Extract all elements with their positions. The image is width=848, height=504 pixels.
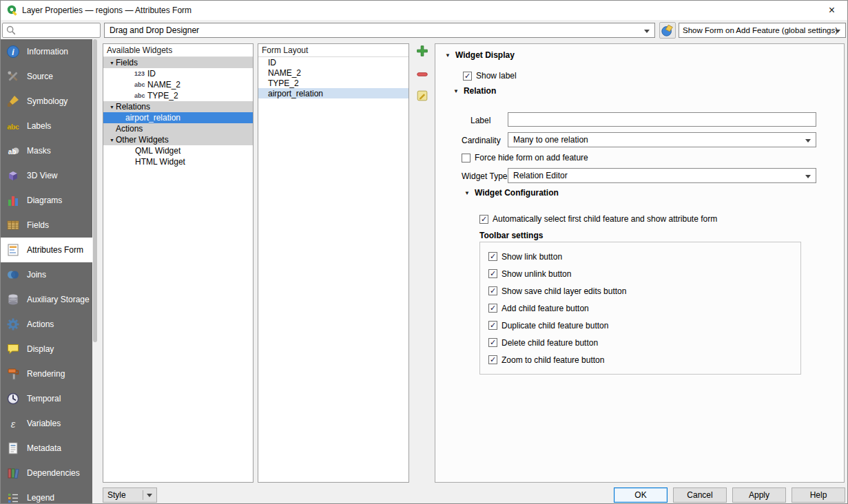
edit-note-icon (415, 89, 429, 103)
rendering-icon (6, 367, 20, 381)
show-unlink-button-checkbox[interactable] (488, 269, 497, 278)
tree-group-other-widgets[interactable]: ▼ Other Widgets (103, 134, 253, 145)
window-title: Layer Properties — regions — Attributes … (22, 6, 192, 15)
sidebar-scrollbar[interactable] (92, 39, 98, 504)
zoom-to-child-feature-checkbox[interactable] (488, 355, 497, 364)
show-link-button-checkbox[interactable] (488, 252, 497, 261)
sidebar-item-legend[interactable]: Legend (1, 485, 92, 504)
tree-item-html-widget[interactable]: HTML Widget (103, 156, 253, 167)
qgis-logo-icon (6, 4, 19, 17)
tree-item-name-2[interactable]: abc NAME_2 (103, 79, 253, 90)
sidebar-item-metadata[interactable]: Metadata (1, 436, 92, 461)
auto-select-checkbox[interactable] (479, 215, 488, 224)
widget-configuration-section-header[interactable]: ▼ Widget Configuration (464, 188, 559, 198)
search-icon (6, 25, 17, 36)
layer-properties-dialog: Layer Properties — regions — Attributes … (0, 0, 848, 504)
show-save-child-edits-checkbox[interactable] (488, 286, 497, 295)
ok-button[interactable]: OK (614, 487, 668, 503)
add-widget-button[interactable] (415, 43, 430, 59)
toolbar-option-row: Add child feature button (480, 300, 800, 317)
duplicate-child-feature-checkbox[interactable] (488, 321, 497, 330)
cancel-button[interactable]: Cancel (673, 487, 727, 503)
relation-label-input[interactable] (508, 112, 816, 127)
svg-text:ab: ab (8, 148, 17, 156)
remove-widget-button[interactable] (415, 67, 430, 82)
style-button[interactable]: Style (103, 487, 157, 503)
relation-section-header[interactable]: ▼ Relation (453, 86, 496, 96)
toolbar-option-row: Show unlink button (480, 265, 800, 282)
tree-item-airport-relation[interactable]: airport_relation (103, 112, 253, 123)
sidebar-item-information[interactable]: i Information (1, 39, 92, 64)
form-layout-item-id[interactable]: ID (258, 57, 409, 67)
search-input[interactable] (19, 24, 94, 36)
attributes-form-icon (6, 243, 20, 257)
cardinality-select[interactable]: Many to one relation (508, 132, 816, 147)
tree-item-type-2[interactable]: abc TYPE_2 (103, 90, 253, 101)
form-layout-item-airport-relation[interactable]: airport_relation (258, 88, 409, 98)
actions-icon (6, 317, 20, 331)
collapse-arrow-icon[interactable]: ▼ (108, 61, 116, 65)
svg-text:abc: abc (7, 123, 19, 131)
show-label-checkbox[interactable] (463, 72, 472, 81)
labels-icon: abc (6, 119, 20, 133)
symbology-icon (6, 94, 20, 108)
tree-group-actions[interactable]: Actions (103, 123, 253, 134)
force-hide-checkbox[interactable] (462, 154, 470, 162)
3d-view-icon (6, 169, 20, 182)
sidebar-item-fields[interactable]: Fields (1, 213, 92, 238)
toolbar-option-row: Duplicate child feature button (480, 317, 800, 334)
tree-item-qml-widget[interactable]: QML Widget (103, 145, 253, 156)
sidebar-item-diagrams[interactable]: Diagrams (1, 188, 92, 213)
collapse-arrow-icon[interactable]: ▼ (108, 105, 116, 109)
sidebar-item-source[interactable]: Source (1, 64, 92, 89)
collapse-arrow-icon[interactable]: ▼ (108, 138, 116, 143)
form-options-button[interactable] (659, 22, 676, 39)
joins-icon (6, 268, 20, 282)
form-on-add-feature-select[interactable]: Show Form on Add Feature (global setting… (679, 23, 846, 38)
toolbar-option-row: Delete child feature button (480, 334, 800, 351)
sidebar-item-labels[interactable]: abc Labels (1, 114, 92, 138)
tree-item-id[interactable]: 123 ID (103, 68, 253, 79)
field-type-text-icon: abc (134, 92, 147, 99)
apply-button[interactable]: Apply (732, 487, 786, 503)
help-button[interactable]: Help (792, 487, 845, 503)
field-type-text-icon: abc (134, 81, 147, 88)
widget-display-section-header[interactable]: ▼ Widget Display (445, 50, 515, 60)
tree-group-fields[interactable]: ▼ Fields (103, 57, 253, 68)
available-widgets-panel: Available Widgets ▼ Fields 123 ID abc NA… (103, 43, 254, 483)
force-hide-row: Force hide form on add feature (462, 152, 588, 163)
sidebar-item-actions[interactable]: Actions (1, 312, 92, 337)
toolbar-settings-title: Toolbar settings (479, 231, 543, 240)
sidebar-item-rendering[interactable]: Rendering (1, 361, 92, 386)
form-layout-item-name-2[interactable]: NAME_2 (258, 67, 409, 78)
scrollbar-thumb[interactable] (93, 39, 97, 342)
delete-child-feature-checkbox[interactable] (488, 338, 497, 347)
sidebar-item-variables[interactable]: ε Variables (1, 411, 92, 436)
widget-type-label: Widget Type (462, 171, 507, 181)
widget-type-select[interactable]: Relation Editor (508, 168, 816, 183)
sidebar-item-symbology[interactable]: Symbology (1, 89, 92, 114)
sidebar-item-auxiliary-storage[interactable]: Auxiliary Storage (1, 287, 92, 312)
tree-group-relations[interactable]: ▼ Relations (103, 101, 253, 112)
close-icon[interactable]: × (816, 1, 847, 20)
sidebar-item-temporal[interactable]: Temporal (1, 386, 92, 411)
sidebar-item-display[interactable]: Display (1, 337, 92, 361)
edit-widget-button[interactable] (415, 88, 430, 103)
sidebar-item-masks[interactable]: ab Masks (1, 138, 92, 163)
legend-icon (6, 491, 20, 504)
sidebar: i Information Source Symbology abc Label… (1, 39, 92, 504)
collapse-arrow-icon: ▼ (453, 88, 459, 94)
toolbar-option-row: Show link button (480, 248, 800, 265)
sidebar-item-joins[interactable]: Joins (1, 262, 92, 287)
sidebar-item-dependencies[interactable]: Dependencies (1, 461, 92, 485)
form-layout-item-type-2[interactable]: TYPE_2 (258, 78, 409, 88)
form-designer-select[interactable]: Drag and Drop Designer (104, 23, 655, 38)
display-icon (6, 342, 20, 356)
svg-text:ε: ε (11, 418, 16, 430)
chevron-down-icon (147, 494, 152, 497)
show-label-row: Show label (463, 70, 517, 81)
add-child-feature-checkbox[interactable] (488, 304, 497, 313)
diagrams-icon (6, 193, 20, 207)
sidebar-item-attributes-form[interactable]: Attributes Form (1, 238, 92, 262)
sidebar-item-3d-view[interactable]: 3D View (1, 163, 92, 188)
